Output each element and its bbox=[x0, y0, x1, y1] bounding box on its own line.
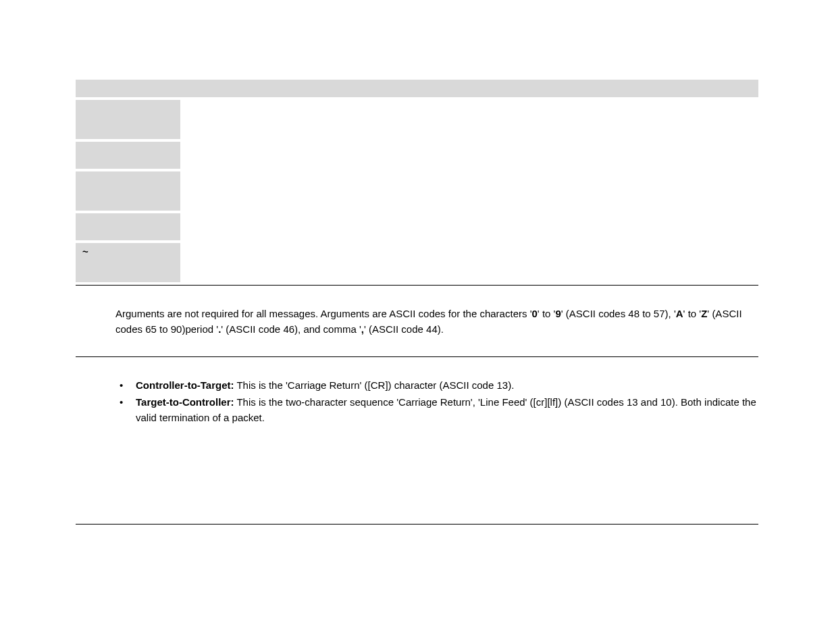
para1-text-f: ' (ASCII code 46), and comma ' bbox=[221, 323, 361, 335]
table-cell-r3c2 bbox=[180, 142, 758, 169]
arguments-paragraph: Arguments are not required for all messa… bbox=[115, 306, 758, 338]
bullet1-label: Controller-to-Target: bbox=[136, 379, 234, 391]
bullet-controller-to-target: Controller-to-Target: This is the 'Carri… bbox=[115, 377, 758, 393]
para1-b3: A bbox=[676, 308, 683, 319]
table-cell-r4c1 bbox=[76, 171, 180, 211]
table-cell-r2c1 bbox=[76, 100, 180, 139]
table-cell-r5c2 bbox=[180, 213, 758, 240]
para1-text-b: ' to ' bbox=[538, 308, 556, 319]
table-cell-r6c1: ~ bbox=[76, 243, 180, 282]
para1-text-c: ' (ASCII codes 48 to 57), ' bbox=[561, 308, 676, 319]
table-cell-r4c2 bbox=[180, 171, 758, 211]
table-header-cell-2 bbox=[180, 80, 758, 97]
divider-2 bbox=[76, 356, 758, 357]
para1-b1: 0 bbox=[532, 308, 538, 319]
identifier-table: ~ bbox=[76, 77, 758, 285]
para1-text-d: ' to ' bbox=[683, 308, 702, 319]
table: ~ bbox=[76, 77, 758, 285]
bullet1-text: This is the 'Carriage Return' ([CR]) cha… bbox=[234, 379, 515, 391]
bullets-section: Controller-to-Target: This is the 'Carri… bbox=[115, 377, 758, 426]
para1-text-g: ' (ASCII code 44). bbox=[364, 323, 444, 335]
table-cell-r2c2 bbox=[180, 100, 758, 139]
table-header-cell-1 bbox=[76, 80, 180, 97]
table-cell-r5c1 bbox=[76, 213, 180, 240]
para1-b4: Z bbox=[701, 308, 707, 319]
table-cell-r3c1 bbox=[76, 142, 180, 169]
para1-text-a: Arguments are not required for all messa… bbox=[115, 308, 532, 319]
bullet-target-to-controller: Target-to-Controller: This is the two-ch… bbox=[115, 394, 758, 426]
divider-1 bbox=[76, 285, 758, 286]
divider-3 bbox=[76, 524, 758, 525]
tilde-char: ~ bbox=[82, 246, 88, 257]
bullet2-label: Target-to-Controller: bbox=[136, 396, 234, 408]
table-cell-r6c2 bbox=[180, 243, 758, 282]
para1-b2: 9 bbox=[555, 308, 561, 319]
